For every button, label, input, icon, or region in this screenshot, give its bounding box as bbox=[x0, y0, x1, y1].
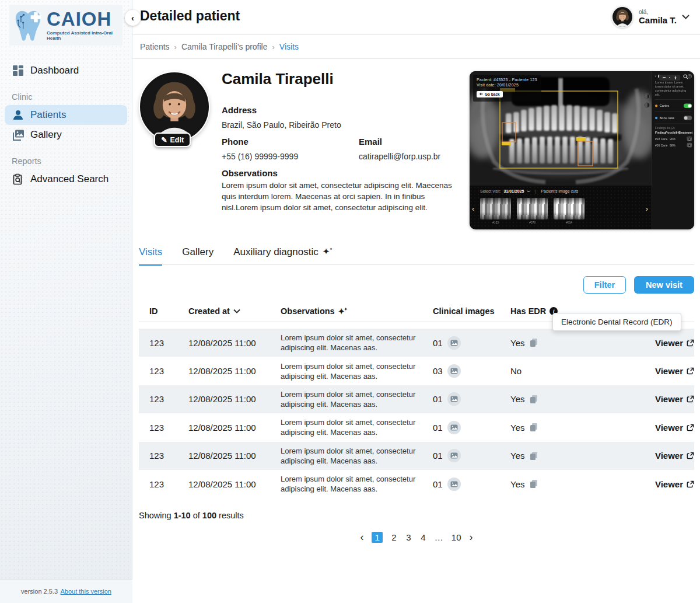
tab-gallery[interactable]: Gallery bbox=[182, 246, 214, 264]
zoom-out-icon[interactable] bbox=[663, 77, 666, 78]
sidebar-item-advanced-search[interactable]: Advanced Search bbox=[5, 169, 127, 189]
page-4[interactable]: 4 bbox=[420, 532, 426, 542]
treatment-button[interactable] bbox=[687, 137, 692, 141]
xray-thumbnail[interactable]: #378 bbox=[517, 198, 548, 224]
viewer-link[interactable]: Viewer bbox=[655, 394, 694, 404]
user-avatar bbox=[611, 6, 634, 28]
thumbnails-next-icon[interactable]: › bbox=[646, 204, 648, 213]
edr-document-icon[interactable] bbox=[529, 423, 538, 432]
select-visit-label: Select visit: bbox=[480, 189, 501, 193]
bone-loss-toggle-row: Bone loss bbox=[655, 114, 692, 121]
findings-back-icon[interactable]: ‹ bbox=[655, 74, 656, 78]
edr-document-icon[interactable] bbox=[529, 451, 538, 461]
visit-row: 123 12/08/2025 11:00 Lorem ipsum dolor s… bbox=[139, 357, 694, 385]
app-tagline: Computed Assisted Intra-Oral Health bbox=[47, 30, 119, 41]
findings-panel: ‹ Findings ? Lorem ipsum Lorem ipsum dol… bbox=[652, 71, 694, 229]
tab-auxiliary-diagnostic[interactable]: Auxiliary diagnostic ✦ bbox=[233, 246, 330, 264]
sparkles-icon: ✦ bbox=[323, 246, 330, 256]
viewer-link[interactable]: Viewer bbox=[655, 366, 694, 376]
patients-icon bbox=[12, 109, 24, 121]
thumbnail-image bbox=[554, 198, 584, 219]
sort-chevron-down-icon[interactable] bbox=[233, 309, 240, 313]
caries-toggle[interactable] bbox=[684, 103, 692, 107]
clinical-images-icon[interactable] bbox=[447, 421, 461, 434]
collapse-sidebar-button[interactable]: ‹ bbox=[125, 10, 141, 26]
breadcrumb-visits[interactable]: Visits bbox=[279, 42, 299, 51]
prev-page-icon[interactable]: ‹ bbox=[360, 531, 363, 543]
chevron-down-icon[interactable] bbox=[527, 190, 530, 193]
app-logo[interactable]: CAIOH Computed Assisted Intra-Oral Healt… bbox=[9, 5, 123, 46]
header-id: ID bbox=[149, 306, 188, 316]
pagination: ‹ 1 2 3 4 … 10 › bbox=[139, 531, 694, 543]
external-link-icon bbox=[687, 424, 694, 431]
page-2[interactable]: 2 bbox=[391, 532, 397, 542]
new-visit-button[interactable]: New visit bbox=[634, 276, 694, 294]
brightness-tool-icon[interactable] bbox=[644, 102, 650, 108]
clinical-images-icon[interactable] bbox=[447, 364, 461, 378]
chevron-down-icon bbox=[682, 15, 690, 19]
zoom-controls[interactable] bbox=[659, 75, 680, 81]
tab-visits[interactable]: Visits bbox=[139, 246, 162, 266]
top-bar: Detailed patient olá, Camila T. bbox=[132, 0, 700, 35]
magnifier-icon[interactable] bbox=[683, 74, 688, 79]
viewer-link[interactable]: Viewer bbox=[655, 338, 694, 348]
sidebar-item-dashboard[interactable]: Dashboard bbox=[5, 61, 127, 81]
go-back-button[interactable]: Go back bbox=[477, 91, 503, 97]
phone-label: Phone bbox=[222, 137, 249, 147]
page-10[interactable]: 10 bbox=[452, 532, 461, 542]
observations-label: Observations bbox=[222, 168, 278, 178]
edr-document-icon[interactable] bbox=[529, 395, 538, 404]
page-1[interactable]: 1 bbox=[372, 532, 382, 543]
sidebar-item-patients[interactable]: Patients bbox=[5, 105, 127, 125]
header-observations: Observations ✦ bbox=[281, 306, 433, 316]
caries-color-dot bbox=[655, 104, 657, 107]
select-visit-value[interactable]: 31/01/2025 bbox=[503, 189, 524, 193]
viewer-link[interactable]: Viewer bbox=[655, 479, 694, 489]
sidebar-footer: version 2.5.3 About this version bbox=[0, 579, 132, 603]
chevron-left-icon: ‹ bbox=[131, 13, 134, 23]
clinical-images-icon[interactable] bbox=[447, 449, 461, 462]
breadcrumb: Patients › Camila Tirapelli’s profile › … bbox=[132, 35, 700, 59]
clinical-images-icon[interactable] bbox=[447, 336, 461, 350]
edr-tooltip: Electronic Dental Record (EDR) bbox=[552, 313, 681, 331]
edr-document-icon[interactable] bbox=[529, 338, 538, 347]
page-3[interactable]: 3 bbox=[405, 532, 412, 542]
edr-document-icon[interactable] bbox=[529, 479, 538, 489]
user-menu[interactable]: olá, Camila T. bbox=[611, 6, 690, 28]
tooth-logo-icon bbox=[13, 9, 43, 41]
address-label: Address bbox=[222, 105, 257, 115]
xray-thumbnail[interactable]: #814 bbox=[554, 198, 584, 224]
edit-patient-button[interactable]: ✎ Edit bbox=[154, 133, 191, 147]
about-version-link[interactable]: About this version bbox=[61, 588, 111, 595]
gallery-icon bbox=[12, 128, 24, 141]
viewer-link[interactable]: Viewer bbox=[655, 451, 694, 461]
contrast-tool-icon[interactable] bbox=[644, 93, 650, 99]
sidebar-label-patients: Patients bbox=[30, 109, 66, 121]
clinical-images-icon[interactable] bbox=[447, 392, 461, 406]
col-treatment: Treatment bbox=[678, 131, 692, 134]
header-created-at[interactable]: Created at bbox=[188, 306, 281, 316]
email-value: catirapelli@forp.usp.br bbox=[359, 152, 440, 161]
zoom-in-icon[interactable] bbox=[674, 76, 677, 79]
bone-loss-color-dot bbox=[655, 117, 657, 119]
observations-text: Lorem ipsum dolor sit amet, consectetur … bbox=[222, 180, 459, 213]
col-possibility: Possibility bbox=[666, 131, 678, 134]
breadcrumb-profile[interactable]: Camila Tirapelli’s profile bbox=[181, 42, 268, 51]
sidebar-item-gallery[interactable]: Gallery bbox=[5, 125, 127, 145]
next-page-icon[interactable]: › bbox=[470, 531, 473, 543]
treatment-button[interactable] bbox=[687, 143, 692, 147]
dashboard-icon bbox=[12, 64, 24, 77]
filter-button[interactable]: Filter bbox=[583, 276, 626, 294]
visit-row: 123 12/08/2025 11:00 Lorem ipsum dolor s… bbox=[139, 385, 694, 413]
bone-loss-toggle[interactable] bbox=[684, 116, 692, 120]
xray-thumbnail[interactable]: #123 bbox=[480, 198, 511, 224]
external-link-icon bbox=[687, 480, 694, 488]
xray-patient-line: Pacient: #43523 - Paciente 123 bbox=[477, 77, 537, 82]
xray-viewer-panel[interactable]: Pacient: #43523 - Paciente 123 Visit dat… bbox=[470, 71, 694, 229]
zoom-level-indicator bbox=[669, 77, 671, 79]
clinical-images-icon[interactable] bbox=[447, 477, 461, 491]
breadcrumb-patients[interactable]: Patients bbox=[140, 42, 170, 51]
thumbnails-prev-icon[interactable]: ‹ bbox=[472, 204, 474, 213]
advanced-search-icon bbox=[12, 173, 24, 186]
viewer-link[interactable]: Viewer bbox=[655, 423, 694, 433]
